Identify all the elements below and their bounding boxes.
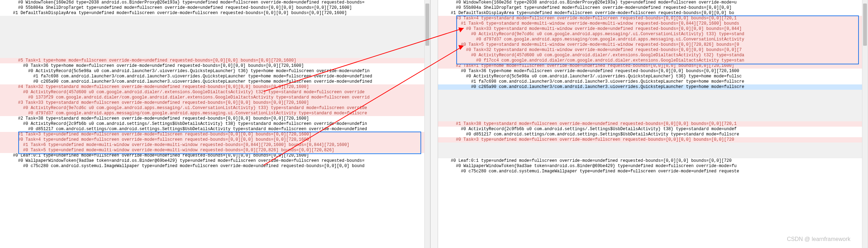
diff-line[interactable] <box>0 21 425 26</box>
diff-container: #0 WindowToken{160e26d type=2038 android… <box>0 0 868 248</box>
diff-line[interactable] <box>0 53 425 58</box>
diff-line[interactable]: #1 fa7c698 com.android.launcher3/com.and… <box>0 74 425 79</box>
diff-line[interactable]: #0 WallpaperWindowToken{9ad3ae token=and… <box>438 164 863 169</box>
diff-line[interactable]: #0 WindowToken{160e26d type=2038 android… <box>0 0 425 5</box>
diff-line[interactable]: #0 Task=5 type=undefined mode=multi-wind… <box>0 148 425 153</box>
scrollbar-thumb[interactable] <box>425 4 429 46</box>
diff-line[interactable]: #0 Task=32 type=standard mode=multi-wind… <box>438 47 863 53</box>
diff-line[interactable]: #0 Task=36 type=home mode=fullscreen ove… <box>438 69 863 74</box>
diff-line[interactable] <box>438 111 863 116</box>
diff-line[interactable] <box>0 16 425 21</box>
vertical-scrollbar[interactable] <box>424 0 430 248</box>
diff-line[interactable]: #0 d797d37 com.google.android.apps.messa… <box>438 37 863 42</box>
diff-line[interactable]: #0 d851217 com.android.settings/com.andr… <box>0 127 425 132</box>
diff-line[interactable]: #0 f17cc4 com.google.android.dialer/com.… <box>438 58 863 63</box>
diff-line[interactable]: #2 Task=1 type=home mode=fullscreen over… <box>438 63 863 69</box>
diff-line[interactable]: #0 c265a90 com.android.launcher3/com.and… <box>0 79 425 84</box>
diff-line[interactable]: #2 Task=38 type=standard mode=fullscreen… <box>0 116 425 121</box>
diff-line[interactable]: #0 d797d37 com.google.android.apps.messa… <box>0 111 425 116</box>
diff-line[interactable]: #0 Task=33 type=standard mode=multi-wind… <box>438 26 863 32</box>
diff-line[interactable] <box>438 153 863 158</box>
diff-line[interactable]: #1 DefaultTaskDisplayArea type=undefined… <box>0 11 425 16</box>
diff-line[interactable]: #0 Leaf:0:1 type=undefined mode=fullscre… <box>438 158 863 164</box>
diff-line[interactable] <box>438 116 863 121</box>
diff-line[interactable]: #5 Task=1 type=home mode=fullscreen over… <box>0 58 425 63</box>
diff-line[interactable] <box>0 42 425 47</box>
diff-line[interactable]: #0 ActivityRecord{457d600 u0 com.google.… <box>0 90 425 95</box>
pane-divider[interactable] <box>430 0 438 248</box>
diff-line[interactable]: #0 55b804a ShellDropTarget type=undefine… <box>438 5 863 11</box>
diff-line[interactable]: #0 Leaf:0:1 type=undefined mode=fullscre… <box>0 153 425 158</box>
diff-line[interactable]: #0 c75c280 com.android.systemui.ImageWal… <box>438 169 863 174</box>
diff-line[interactable]: #0 WindowToken{160e26d type=2038 android… <box>438 0 863 5</box>
left-diff-pane[interactable]: #0 WindowToken{160e26d type=2038 android… <box>0 0 430 248</box>
diff-line[interactable]: #3 Task=33 type=standard mode=fullscreen… <box>0 100 425 106</box>
diff-line[interactable]: #0 d851217 com.android.settings/com.andr… <box>438 132 863 137</box>
diff-line[interactable] <box>0 47 425 53</box>
diff-line[interactable]: #0 ActivityRecord{5c5e98a u0 com.android… <box>438 74 863 79</box>
diff-line[interactable] <box>438 142 863 148</box>
diff-line[interactable]: #0 c75c280 com.android.systemui.ImageWal… <box>0 164 425 169</box>
diff-line[interactable]: #1 fa7c698 com.android.launcher3/com.and… <box>438 79 863 84</box>
vertical-scrollbar[interactable] <box>862 0 868 248</box>
diff-line[interactable]: #0 ActivityRecord{457d600 u0 com.google.… <box>438 53 863 58</box>
diff-line[interactable] <box>0 32 425 37</box>
diff-line[interactable]: #0 ActivityRecord{9e7cd6c u0 com.google.… <box>438 32 863 37</box>
diff-line[interactable] <box>438 95 863 100</box>
diff-line[interactable]: #1 DefaultTaskDisplayArea type=undefined… <box>438 11 863 16</box>
diff-line[interactable] <box>0 26 425 32</box>
diff-line[interactable]: #0 WallpaperWindowToken{9ad3ae token=and… <box>0 158 425 164</box>
right-diff-pane[interactable]: #0 WindowToken{160e26d type=2038 android… <box>438 0 868 248</box>
diff-line[interactable]: #0 ActivityRecord{2c9fb6b u0 com.android… <box>0 121 425 127</box>
diff-line[interactable]: #0 Task=4 type=undefined mode=fullscreen… <box>0 137 425 142</box>
diff-line[interactable]: #1 Task=6 type=undefined mode=multi-wind… <box>0 142 425 148</box>
diff-line[interactable] <box>0 37 425 42</box>
diff-line[interactable]: #1 Task=38 type=standard mode=fullscreen… <box>438 121 863 127</box>
diff-line[interactable]: #3 Task=4 type=standard mode=fullscreen … <box>438 16 863 21</box>
diff-line[interactable]: #0 ActivityRecord{5c5e98a u0 com.android… <box>0 69 425 74</box>
scrollbar-thumb[interactable] <box>863 4 867 46</box>
diff-line[interactable]: #0 55b804a ShellDropTarget type=undefine… <box>0 5 425 11</box>
diff-line[interactable] <box>438 90 863 95</box>
diff-line[interactable]: #0 Task=36 type=home mode=fullscreen ove… <box>0 63 425 69</box>
diff-line[interactable]: #0 1373f29 com.google.android.dialer/com… <box>0 95 425 100</box>
diff-line[interactable]: #0 ActivityRecord{2c9fb6b u0 com.android… <box>438 127 863 132</box>
diff-line[interactable] <box>438 100 863 106</box>
diff-line[interactable]: #1 Task=3 type=undefined mode=fullscreen… <box>0 132 425 137</box>
diff-line[interactable]: #4 Task=32 type=standard mode=fullscreen… <box>0 84 425 90</box>
diff-line[interactable]: #0 Task=5 type=standard mode=multi-windo… <box>438 42 863 47</box>
diff-line[interactable] <box>438 106 863 111</box>
diff-line[interactable]: #1 Task=6 type=standard mode=multi-windo… <box>438 21 863 26</box>
diff-line[interactable]: #0 ActivityRecord{9e7cd6c u0 com.google.… <box>0 106 425 111</box>
diff-line[interactable]: #0 Task=3 type=undefined mode=fullscreen… <box>438 137 863 142</box>
diff-line[interactable] <box>438 148 863 153</box>
diff-line[interactable]: #0 c265a90 com.android.launcher3/com.and… <box>438 84 863 90</box>
